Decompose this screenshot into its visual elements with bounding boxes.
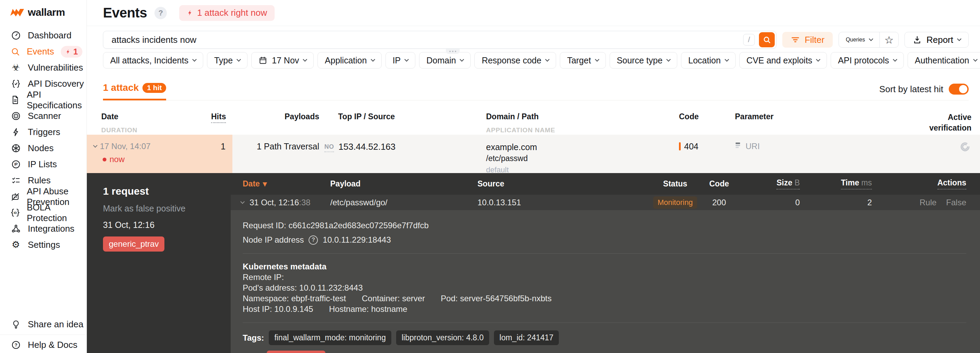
sidebar-item-nodes[interactable]: Nodes — [0, 140, 86, 156]
req-col-size[interactable]: Size B — [776, 178, 800, 190]
filter-chip-source-type[interactable]: Source type — [609, 52, 677, 68]
filter-chip-response-code[interactable]: Response code — [474, 52, 556, 68]
mark-false-positive-link[interactable]: Mark as false positive — [103, 204, 231, 214]
filter-chip-type[interactable]: Type — [207, 52, 248, 68]
queries-dropdown[interactable]: Queries — [839, 32, 880, 47]
sidebar-item-label: API Specifications — [27, 89, 86, 111]
req-col-code: Code — [700, 179, 738, 188]
col-code: Code — [679, 112, 699, 121]
search-button[interactable] — [759, 32, 775, 47]
svg-text:?: ? — [14, 342, 17, 348]
sidebar-item-vulnerabilities[interactable]: ☣ Vulnerabilities — [0, 60, 86, 76]
filter-chip-target[interactable]: Target — [560, 52, 606, 68]
sidebar-item-ip-lists[interactable]: IP IP Lists — [0, 156, 86, 173]
favorite-star-icon[interactable]: ☆ — [880, 32, 898, 47]
sort-toggle[interactable] — [949, 84, 969, 95]
req-col-payload: Payload — [330, 179, 477, 188]
request-time: 2 — [800, 198, 872, 207]
chevron-down-icon — [93, 143, 97, 148]
req-col-time[interactable]: Time ms — [841, 178, 872, 190]
sidebar-item-share-an-idea[interactable]: Share an idea — [0, 316, 86, 332]
braces-check-icon — [10, 79, 21, 89]
tab-attacks[interactable]: 1 attack 1 hit — [103, 82, 166, 100]
filter-chip-application[interactable]: Application — [318, 52, 381, 68]
chevron-down-icon — [595, 57, 599, 62]
filter-chip-authentication[interactable]: Authentication — [908, 52, 980, 68]
filter-chip-attacks-incidents[interactable]: All attacks, Incidents — [103, 52, 203, 68]
sidebar-item-label: Help & Docs — [28, 340, 78, 350]
cve-tag-chip[interactable]: generic_ptrav — [267, 351, 325, 353]
live-dot — [103, 158, 107, 161]
ip-circle-icon: IP — [10, 159, 21, 170]
chevron-down-icon — [869, 37, 873, 41]
filter-button[interactable]: Filter — [782, 32, 833, 47]
magnifier-icon — [762, 35, 771, 44]
code-status-bar — [679, 142, 681, 150]
filter-chip-ip[interactable]: IP — [385, 52, 416, 68]
sidebar-item-label: Triggers — [28, 127, 60, 138]
filter-chip-date[interactable]: 17 Nov — [251, 52, 314, 68]
report-button[interactable]: Report — [904, 32, 969, 47]
search-box: / — [103, 31, 776, 49]
rule-action-link[interactable]: Rule — [920, 198, 936, 207]
filter-chip-api-protocols[interactable]: API protocols — [831, 52, 904, 68]
sidebar-item-dashboard[interactable]: Dashboard — [0, 27, 86, 44]
sidebar-item-label: Settings — [28, 239, 60, 250]
attack-type-tag[interactable]: generic_ptrav — [103, 236, 164, 252]
sidebar-item-events[interactable]: Events 1 — [0, 44, 86, 60]
sidebar-item-bola-protection[interactable]: ID BOLA Protection — [0, 204, 86, 221]
request-timestamp: 31 Oct, 12:16:38 — [250, 198, 310, 207]
attack-alert-badge[interactable]: 1 attack right now — [179, 5, 275, 21]
wallarm-logo: wallarm — [0, 5, 86, 20]
filter-chip-cve[interactable]: CVE and exploits — [740, 52, 827, 68]
search-input[interactable] — [111, 34, 743, 46]
req-col-date[interactable]: Date ▾ — [231, 179, 330, 188]
chevron-down-icon — [404, 57, 409, 62]
col-parameter: Parameter — [735, 112, 774, 121]
col-payloads: Payloads — [285, 112, 319, 121]
chevron-down-icon — [371, 57, 375, 62]
scanner-icon — [10, 111, 21, 122]
node-ip-help-icon[interactable]: ? — [309, 236, 318, 245]
page-help-icon[interactable]: ? — [154, 7, 167, 19]
checklist-icon — [10, 175, 21, 186]
sidebar-item-label: Share an idea — [28, 319, 83, 330]
sidebar-item-settings[interactable]: ⚙ Settings — [0, 237, 86, 253]
sort-label: Sort by latest hit — [880, 84, 943, 95]
node-ip-label: Node IP address — [243, 235, 304, 245]
node-ip-value: 10.0.11.229:18443 — [323, 235, 391, 245]
sidebar-item-help-docs[interactable]: ? Help & Docs — [0, 337, 86, 353]
sort-control: Sort by latest hit — [880, 84, 969, 100]
request-row[interactable]: 31 Oct, 12:16:38 /etc/passwd/go/ 10.0.13… — [231, 195, 980, 210]
tor-badge[interactable]: NO — [325, 143, 334, 152]
chevron-down-icon — [240, 199, 245, 204]
sidebar-item-label: Rules — [28, 175, 51, 186]
search-expand-handle[interactable] — [446, 49, 460, 54]
document-icon — [10, 95, 20, 106]
filter-chip-domain[interactable]: Domain — [419, 52, 471, 68]
req-col-actions[interactable]: Actions — [937, 178, 966, 190]
sidebar-nav: Dashboard Events 1 ☣ Vulnerabilities API… — [0, 27, 86, 253]
search-section: / Filter Queries ☆ Report — [87, 26, 980, 49]
sidebar-item-integrations[interactable]: Integrations — [0, 221, 86, 237]
chevron-down-icon — [973, 57, 978, 62]
sidebar-item-label: IP Lists — [28, 159, 57, 169]
col-hits[interactable]: Hits — [211, 112, 226, 123]
attack-parameter: URI — [746, 142, 760, 151]
chevron-down-icon — [666, 57, 671, 62]
sidebar-item-label: BOLA Protection — [27, 202, 86, 223]
attack-hits: 1 — [211, 135, 232, 176]
attack-row[interactable]: 17 Nov, 14:07 now 1 1 Path Traversal NO … — [87, 135, 980, 173]
attack-date-cell[interactable]: 17 Nov, 14:07 now — [87, 135, 211, 176]
false-action-link[interactable]: False — [946, 198, 966, 207]
filter-chip-location[interactable]: Location — [681, 52, 736, 68]
sidebar-item-triggers[interactable]: Triggers — [0, 124, 86, 140]
detail-divider — [243, 323, 966, 323]
col-date: Date — [101, 112, 118, 121]
sidebar-item-api-specifications[interactable]: API Specifications — [0, 92, 86, 108]
lightning-icon — [187, 9, 193, 17]
col-application-name: APPLICATION NAME — [486, 127, 679, 134]
sidebar-divider — [0, 334, 86, 335]
hits-count-pill: 1 hit — [142, 83, 166, 93]
tag-chip: final_wallarm_mode: monitoring — [269, 330, 391, 345]
